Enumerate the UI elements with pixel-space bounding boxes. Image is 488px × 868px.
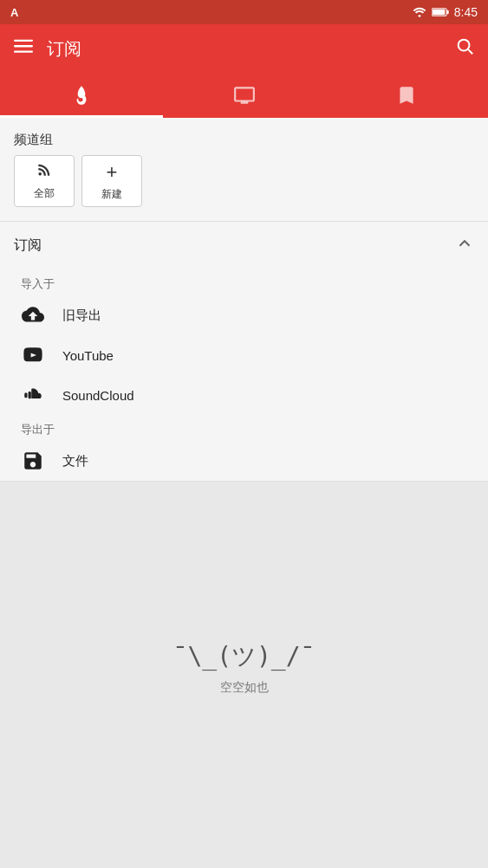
soundcloud-icon xyxy=(21,384,45,406)
cloud-upload-icon xyxy=(21,304,45,327)
wifi-icon xyxy=(413,7,426,17)
status-bar-left: A xyxy=(10,6,18,19)
import-youtube-label: YouTube xyxy=(62,348,114,363)
empty-state-text: 空空如也 xyxy=(220,680,269,696)
tab-bar xyxy=(0,73,488,118)
svg-rect-4 xyxy=(14,45,33,47)
youtube-icon xyxy=(21,344,45,366)
chevron-up-icon xyxy=(455,234,474,257)
svg-rect-3 xyxy=(14,40,33,42)
import-old-export-item[interactable]: 旧导出 xyxy=(0,295,488,335)
add-icon: + xyxy=(107,161,118,184)
app-bar: 订阅 xyxy=(0,24,488,73)
svg-point-8 xyxy=(38,172,42,176)
svg-rect-5 xyxy=(14,51,33,53)
channel-group-section-header: 频道组 xyxy=(0,118,488,155)
search-icon[interactable] xyxy=(455,36,474,61)
subscription-header[interactable]: 订阅 xyxy=(0,222,488,269)
page-title: 订阅 xyxy=(47,37,441,61)
export-file-label: 文件 xyxy=(62,453,88,470)
tab-fire[interactable] xyxy=(0,73,163,118)
export-label: 导出于 xyxy=(0,415,488,441)
subscription-title: 订阅 xyxy=(14,236,42,255)
empty-state: ¯\_(ツ)_/¯ 空空如也 xyxy=(0,482,488,802)
import-youtube-item[interactable]: YouTube xyxy=(0,335,488,375)
import-old-export-label: 旧导出 xyxy=(62,308,101,324)
status-bar-right: 8:45 xyxy=(413,5,478,19)
rss-icon xyxy=(36,161,53,183)
empty-state-emoji: ¯\_(ツ)_/¯ xyxy=(173,640,316,673)
app-icon: A xyxy=(10,6,18,19)
svg-rect-2 xyxy=(433,10,445,15)
all-channels-label: 全部 xyxy=(34,186,55,201)
save-icon xyxy=(21,450,45,472)
menu-icon[interactable] xyxy=(14,36,33,61)
svg-line-7 xyxy=(468,49,472,54)
import-soundcloud-item[interactable]: SoundCloud xyxy=(0,375,488,415)
channel-group-row: 全部 + 新建 xyxy=(0,155,488,221)
main-content: 频道组 全部 + 新建 订阅 导入于 xyxy=(0,118,488,482)
svg-point-6 xyxy=(459,40,470,51)
status-time: 8:45 xyxy=(454,5,478,19)
battery-icon xyxy=(432,7,449,17)
tab-tv[interactable] xyxy=(163,73,326,118)
import-label: 导入于 xyxy=(0,269,488,295)
import-soundcloud-label: SoundCloud xyxy=(62,388,134,403)
all-channels-button[interactable]: 全部 xyxy=(14,155,75,207)
svg-rect-1 xyxy=(446,10,448,14)
status-bar: A 8:45 xyxy=(0,0,488,24)
tab-bookmark[interactable] xyxy=(325,73,488,118)
new-channel-label: 新建 xyxy=(101,187,122,202)
new-channel-button[interactable]: + 新建 xyxy=(81,155,142,207)
export-file-item[interactable]: 文件 xyxy=(0,441,488,481)
